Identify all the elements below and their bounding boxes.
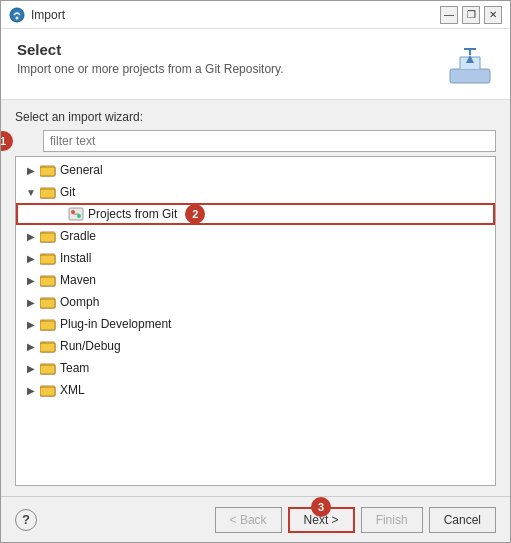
title-bar: Import — ❐ ✕ (1, 1, 510, 29)
wizard-tree[interactable]: ▶ General▼ Git Projects from Git2▶ Gradl… (15, 156, 496, 486)
tree-toggle-maven[interactable]: ▶ (24, 273, 38, 287)
tree-item-git[interactable]: ▼ Git (16, 181, 495, 203)
finish-button[interactable]: Finish (361, 507, 423, 533)
tree-toggle-plugin-development[interactable]: ▶ (24, 317, 38, 331)
cancel-button[interactable]: Cancel (429, 507, 496, 533)
svg-rect-2 (450, 69, 490, 83)
badge-1: 1 (1, 131, 13, 151)
tree-toggle-xml[interactable]: ▶ (24, 383, 38, 397)
tree-label-run-debug: Run/Debug (60, 339, 121, 353)
back-button[interactable]: < Back (215, 507, 282, 533)
dialog-footer: ? < Back Next > 3 Finish Cancel (1, 496, 510, 542)
badge-2: 2 (185, 204, 205, 224)
header-title: Select (17, 41, 284, 58)
tree-label-team: Team (60, 361, 89, 375)
svg-rect-6 (40, 167, 55, 176)
tree-item-team[interactable]: ▶ Team (16, 357, 495, 379)
svg-rect-26 (40, 365, 55, 374)
badge-3: 3 (311, 497, 331, 517)
svg-rect-22 (40, 321, 55, 330)
restore-button[interactable]: ❐ (462, 6, 480, 24)
svg-point-10 (71, 210, 75, 214)
app-icon (9, 7, 25, 23)
tree-toggle-run-debug[interactable]: ▶ (24, 339, 38, 353)
svg-point-11 (77, 214, 81, 218)
dialog-header: Select Import one or more projects from … (1, 29, 510, 100)
folder-icon-git (40, 185, 56, 199)
tree-item-plugin-development[interactable]: ▶ Plug-in Development (16, 313, 495, 335)
tree-item-general[interactable]: ▶ General (16, 159, 495, 181)
folder-icon-install (40, 251, 56, 265)
tree-item-gradle[interactable]: ▶ Gradle (16, 225, 495, 247)
dialog-content: Select an import wizard: 1 ▶ General▼ Gi… (1, 100, 510, 496)
svg-rect-18 (40, 277, 55, 286)
tree-toggle-team[interactable]: ▶ (24, 361, 38, 375)
svg-rect-28 (40, 387, 55, 396)
tree-label-projects-from-git: Projects from Git (88, 207, 177, 221)
svg-rect-20 (40, 299, 55, 308)
tree-toggle-oomph[interactable]: ▶ (24, 295, 38, 309)
tree-toggle-install[interactable]: ▶ (24, 251, 38, 265)
window-controls: — ❐ ✕ (440, 6, 502, 24)
tree-toggle-gradle[interactable]: ▶ (24, 229, 38, 243)
filter-row: 1 (15, 130, 496, 152)
svg-point-0 (10, 8, 24, 22)
help-button[interactable]: ? (15, 509, 37, 531)
tree-label-oomph: Oomph (60, 295, 99, 309)
tree-item-projects-from-git[interactable]: Projects from Git2 (16, 203, 495, 225)
folder-icon-run-debug (40, 339, 56, 353)
tree-item-run-debug[interactable]: ▶ Run/Debug (16, 335, 495, 357)
tree-label-install: Install (60, 251, 91, 265)
footer-left: ? (15, 509, 37, 531)
close-button[interactable]: ✕ (484, 6, 502, 24)
import-dialog: Import — ❐ ✕ Select Import one or more p… (0, 0, 511, 543)
filter-input[interactable] (43, 130, 496, 152)
filter-wrapper (43, 130, 496, 152)
tree-item-maven[interactable]: ▶ Maven (16, 269, 495, 291)
tree-item-install[interactable]: ▶ Install (16, 247, 495, 269)
folder-icon-xml (40, 383, 56, 397)
tree-label-maven: Maven (60, 273, 96, 287)
folder-icon-plugin-development (40, 317, 56, 331)
tree-label-plugin-development: Plug-in Development (60, 317, 171, 331)
svg-rect-14 (40, 233, 55, 242)
wizard-label: Select an import wizard: (15, 110, 496, 124)
tree-label-xml: XML (60, 383, 85, 397)
tree-label-general: General (60, 163, 103, 177)
svg-rect-16 (40, 255, 55, 264)
header-subtitle: Import one or more projects from a Git R… (17, 62, 284, 76)
tree-item-oomph[interactable]: ▶ Oomph (16, 291, 495, 313)
svg-rect-24 (40, 343, 55, 352)
minimize-button[interactable]: — (440, 6, 458, 24)
svg-rect-8 (40, 189, 55, 198)
tree-toggle-general[interactable]: ▶ (24, 163, 38, 177)
window-title: Import (31, 8, 440, 22)
svg-point-1 (16, 16, 19, 19)
folder-icon-team (40, 361, 56, 375)
folder-icon-maven (40, 273, 56, 287)
tree-label-git: Git (60, 185, 75, 199)
next-button[interactable]: Next > 3 (288, 507, 355, 533)
folder-icon-gradle (40, 229, 56, 243)
footer-buttons: < Back Next > 3 Finish Cancel (215, 507, 496, 533)
header-text: Select Import one or more projects from … (17, 41, 284, 76)
folder-icon-oomph (40, 295, 56, 309)
git-item-icon (68, 207, 84, 221)
header-icon (446, 41, 494, 89)
tree-toggle-git[interactable]: ▼ (24, 185, 38, 199)
tree-item-xml[interactable]: ▶ XML (16, 379, 495, 401)
folder-icon-general (40, 163, 56, 177)
tree-label-gradle: Gradle (60, 229, 96, 243)
